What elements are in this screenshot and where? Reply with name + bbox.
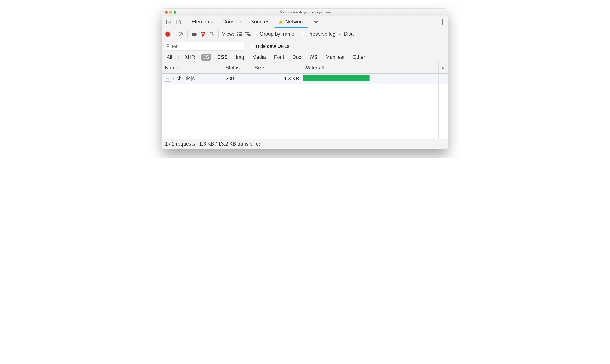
svg-rect-12 xyxy=(239,32,242,33)
tab-elements[interactable]: Elements xyxy=(188,16,217,28)
preserve-log-label: Preserve log xyxy=(308,31,336,37)
type-filter-ws[interactable]: WS xyxy=(307,54,320,61)
type-filter-xhr[interactable]: XHR xyxy=(182,54,197,61)
separator xyxy=(218,30,219,38)
view-label: View: xyxy=(222,31,234,37)
large-rows-icon[interactable] xyxy=(236,32,243,36)
preserve-log-option[interactable]: Preserve log xyxy=(301,31,336,37)
disable-cache-label: Disa xyxy=(344,31,354,37)
network-table: Name Status Size Waterfall ▲ 1.chunk.js … xyxy=(162,62,448,139)
status-text: 1 / 2 requests | 1.3 KB / 13.2 KB transf… xyxy=(165,141,261,147)
warning-icon xyxy=(279,19,283,24)
svg-rect-14 xyxy=(239,34,242,35)
hide-data-urls-option[interactable]: Hide data URLs xyxy=(250,43,289,49)
cell-size: 1.3 KB xyxy=(252,74,302,84)
hide-data-urls-label: Hide data URLs xyxy=(256,43,289,49)
svg-rect-19 xyxy=(248,36,251,36)
table-empty-space xyxy=(162,84,448,139)
column-waterfall[interactable]: Waterfall xyxy=(302,62,439,73)
group-by-frame-option[interactable]: Group by frame xyxy=(254,31,294,37)
filter-icon[interactable] xyxy=(200,32,206,37)
titlebar: DevTools - react-lazy-suspense.glitch.me… xyxy=(162,9,448,16)
checkbox[interactable]: ✓ xyxy=(338,32,342,36)
capture-screenshots-icon[interactable] xyxy=(191,32,198,36)
record-button[interactable] xyxy=(165,32,170,37)
sort-indicator-icon[interactable]: ▲ xyxy=(439,62,448,73)
table-header: Name Status Size Waterfall ▲ xyxy=(162,62,448,74)
column-name[interactable]: Name xyxy=(162,62,223,73)
status-bar: 1 / 2 requests | 1.3 KB / 13.2 KB transf… xyxy=(162,139,448,149)
type-filter-all[interactable]: All xyxy=(165,54,174,61)
cell-blank xyxy=(439,74,448,84)
network-toolbar: View: Group by frame Preserve log ✓ Disa xyxy=(162,28,448,40)
separator xyxy=(185,18,185,26)
panel-tabs: Elements Console Sources Network xyxy=(162,16,448,28)
filter-bar: Hide data URLs xyxy=(162,40,448,52)
svg-rect-11 xyxy=(237,32,238,33)
tab-sources[interactable]: Sources xyxy=(247,16,273,28)
checkbox[interactable] xyxy=(301,32,306,36)
type-filter-img[interactable]: Img xyxy=(234,54,246,61)
overview-icon[interactable] xyxy=(245,32,252,36)
tab-label: Console xyxy=(222,19,241,25)
cell-name: 1.chunk.js xyxy=(162,74,223,84)
svg-rect-18 xyxy=(247,34,250,35)
svg-rect-13 xyxy=(237,34,238,35)
script-file-icon xyxy=(165,76,170,82)
filter-input[interactable] xyxy=(164,42,244,51)
type-filter-manifest[interactable]: Manifest xyxy=(324,54,347,61)
separator xyxy=(187,30,188,38)
tab-network[interactable]: Network xyxy=(275,16,308,28)
device-toolbar-icon[interactable] xyxy=(174,18,182,26)
separator xyxy=(298,30,298,38)
type-filter-font[interactable]: Font xyxy=(272,54,286,61)
svg-rect-3 xyxy=(281,21,281,22)
tab-label: Network xyxy=(285,19,304,25)
svg-rect-15 xyxy=(237,36,238,36)
type-filter-css[interactable]: CSS xyxy=(215,54,230,61)
more-tabs-icon[interactable] xyxy=(309,18,322,26)
svg-rect-2 xyxy=(178,21,180,24)
table-row[interactable]: 1.chunk.js 200 1.3 KB xyxy=(162,74,448,84)
column-size[interactable]: Size xyxy=(252,62,302,73)
svg-rect-16 xyxy=(239,36,242,36)
group-by-frame-label: Group by frame xyxy=(260,31,294,37)
settings-menu-icon[interactable] xyxy=(440,19,445,25)
search-icon[interactable] xyxy=(208,32,215,37)
tab-console[interactable]: Console xyxy=(218,16,245,28)
devtools-window: DevTools - react-lazy-suspense.glitch.me… xyxy=(162,9,448,149)
separator xyxy=(178,54,179,60)
waterfall-bar xyxy=(303,75,369,81)
type-filter-other[interactable]: Other xyxy=(350,54,367,61)
column-status[interactable]: Status xyxy=(223,62,252,73)
tab-label: Sources xyxy=(250,19,270,25)
tab-label: Elements xyxy=(192,19,213,25)
checkbox[interactable] xyxy=(250,44,254,49)
svg-rect-4 xyxy=(281,23,281,23)
svg-rect-9 xyxy=(192,33,196,36)
checkbox[interactable] xyxy=(254,32,258,36)
inspect-element-icon[interactable] xyxy=(165,18,173,26)
svg-point-5 xyxy=(442,19,443,21)
svg-rect-17 xyxy=(246,32,248,33)
separator xyxy=(437,18,437,26)
cell-waterfall xyxy=(302,74,439,84)
request-name: 1.chunk.js xyxy=(172,76,195,82)
clear-icon[interactable] xyxy=(178,32,184,37)
window-title: DevTools - react-lazy-suspense.glitch.me… xyxy=(162,11,448,14)
type-filter-js[interactable]: JS xyxy=(201,54,211,61)
svg-point-10 xyxy=(210,32,213,35)
type-filter-media[interactable]: Media xyxy=(250,54,268,61)
svg-point-6 xyxy=(442,21,443,23)
table-body: 1.chunk.js 200 1.3 KB xyxy=(162,74,448,139)
type-filter-doc[interactable]: Doc xyxy=(290,54,303,61)
disable-cache-option[interactable]: ✓ Disa xyxy=(338,31,354,37)
resource-type-filters: All XHR JS CSS Img Media Font Doc WS Man… xyxy=(162,52,448,62)
svg-point-7 xyxy=(442,23,443,25)
cell-status: 200 xyxy=(223,74,252,84)
